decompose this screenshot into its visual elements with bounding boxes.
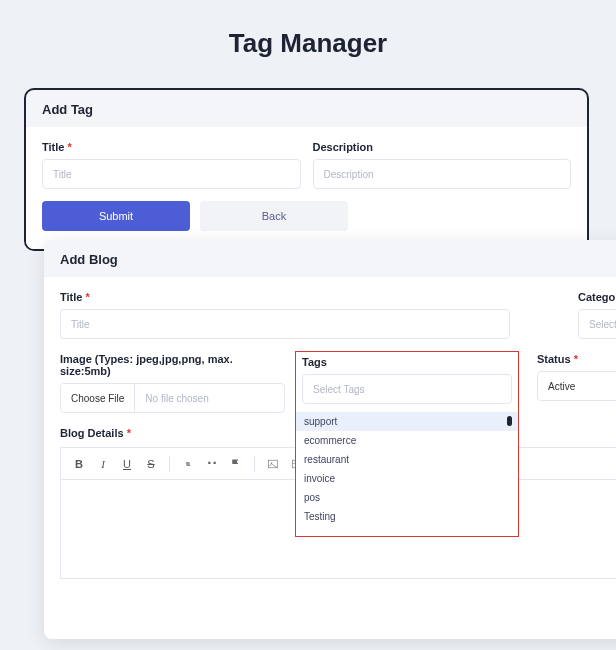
page-title: Tag Manager	[0, 0, 616, 81]
tag-option-support[interactable]: support	[296, 412, 518, 431]
image-label: Image (Types: jpeg,jpg,png, max. size:5m…	[60, 353, 285, 377]
image-icon[interactable]	[263, 454, 283, 474]
back-button[interactable]: Back	[200, 201, 348, 231]
submit-button[interactable]: Submit	[42, 201, 190, 231]
add-tag-header: Add Tag	[26, 90, 587, 127]
choose-file-button[interactable]: Choose File	[61, 384, 135, 412]
italic-icon[interactable]: I	[93, 454, 113, 474]
title-input[interactable]	[42, 159, 301, 189]
category-label: Category *	[578, 291, 616, 303]
add-tag-card: Add Tag Title * Description Submit Back	[24, 88, 589, 251]
add-blog-card: Add Blog Title * Category * Image (Types…	[44, 240, 616, 639]
description-input[interactable]	[313, 159, 572, 189]
underline-icon[interactable]: U	[117, 454, 137, 474]
tag-option-testing[interactable]: Testing	[296, 507, 518, 526]
quote-icon[interactable]	[202, 454, 222, 474]
selected-mark-icon	[507, 416, 512, 426]
blog-title-label: Title *	[60, 291, 510, 303]
status-label: Status *	[537, 353, 616, 365]
category-select[interactable]	[578, 309, 616, 339]
file-status: No file chosen	[135, 384, 284, 412]
flag-icon[interactable]	[226, 454, 246, 474]
add-blog-header: Add Blog	[44, 240, 616, 277]
blog-title-input[interactable]	[60, 309, 510, 339]
tag-option-restaurant[interactable]: restaurant	[296, 450, 518, 469]
strike-icon[interactable]: S	[141, 454, 161, 474]
tag-option-pos[interactable]: pos	[296, 488, 518, 507]
link-icon[interactable]	[178, 454, 198, 474]
tag-option-ecommerce[interactable]: ecommerce	[296, 431, 518, 450]
description-label: Description	[313, 141, 572, 153]
tag-option-invoice[interactable]: invoice	[296, 469, 518, 488]
status-select[interactable]	[537, 371, 616, 401]
bold-icon[interactable]: B	[69, 454, 89, 474]
tags-dropdown: Tags Select Tags support ecommerce resta…	[295, 351, 519, 537]
tags-label: Tags	[296, 352, 518, 370]
tags-list: support ecommerce restaurant invoice pos…	[296, 412, 518, 526]
tags-input[interactable]: Select Tags	[302, 374, 512, 404]
title-label: Title *	[42, 141, 301, 153]
file-input[interactable]: Choose File No file chosen	[60, 383, 285, 413]
